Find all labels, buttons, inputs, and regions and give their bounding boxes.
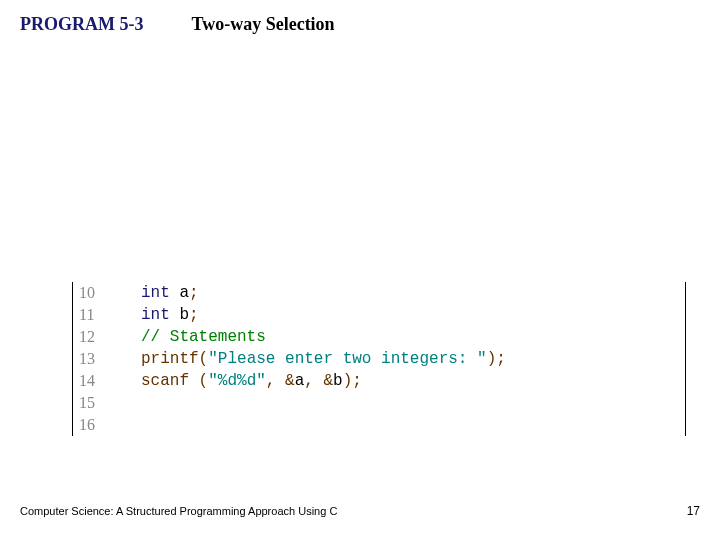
- line-number: 11: [79, 304, 111, 326]
- line-number: 12: [79, 326, 111, 348]
- page-number: 17: [687, 504, 700, 518]
- line-number: 13: [79, 348, 111, 370]
- code-line: printf("Please enter two integers: ");: [141, 348, 685, 370]
- line-number: 16: [79, 414, 111, 436]
- code-line: int a;: [141, 282, 685, 304]
- line-number: 10: [79, 282, 111, 304]
- line-number-gutter: 10 11 12 13 14 15 16: [73, 282, 117, 436]
- slide-header: PROGRAM 5-3 Two-way Selection: [0, 0, 720, 35]
- code-line: // Statements: [141, 326, 685, 348]
- program-label: PROGRAM 5-3: [20, 14, 143, 35]
- program-title: Two-way Selection: [191, 14, 334, 35]
- code-line: scanf ("%d%d", &a, &b);: [141, 370, 685, 392]
- footer-text: Computer Science: A Structured Programmi…: [20, 505, 337, 517]
- code-line: int b;: [141, 304, 685, 326]
- code-content: int a; int b; // Statements printf("Plea…: [117, 282, 685, 436]
- code-block: 10 11 12 13 14 15 16 int a; int b; // St…: [72, 282, 686, 436]
- line-number: 15: [79, 392, 111, 414]
- slide-footer: Computer Science: A Structured Programmi…: [20, 504, 700, 518]
- line-number: 14: [79, 370, 111, 392]
